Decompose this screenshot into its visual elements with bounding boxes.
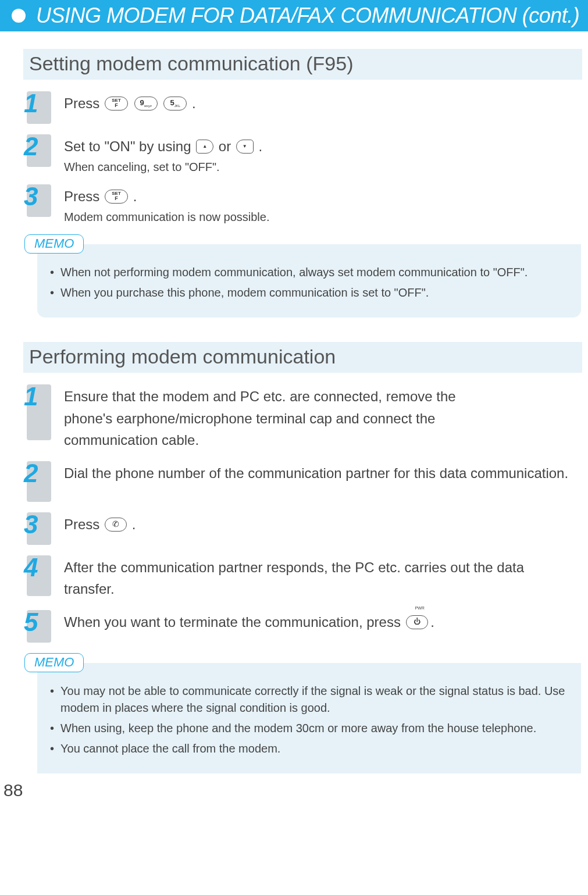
memo-item: You may not be able to communicate corre… — [50, 683, 568, 716]
down-arrow-key-icon — [236, 140, 254, 154]
step: 4 After the communication partner respon… — [27, 555, 576, 600]
call-key-icon — [105, 518, 127, 532]
step: 3 Press SETF . Modem communication is no… — [27, 184, 576, 224]
memo-item: When not performing modem communication,… — [50, 264, 568, 281]
step: 5 When you want to terminate the communi… — [27, 610, 576, 643]
memo-item: You cannot place the call from the modem… — [50, 740, 568, 757]
text: or — [219, 138, 235, 154]
page-header: USING MODEM FOR DATA/FAX COMMUNICATION (… — [0, 0, 588, 31]
set-key-icon: SETF — [105, 97, 128, 110]
step-number: 1 — [24, 382, 38, 411]
step-number-badge: 4 — [27, 555, 51, 596]
step-text: Press SETF . — [64, 186, 576, 207]
step: 1 Press SETF . — [27, 91, 576, 124]
step-text: Press . — [64, 514, 576, 535]
step-text: Set to "ON" by using or . — [64, 136, 576, 157]
step-number: 3 — [24, 182, 38, 211]
step-number: 2 — [24, 132, 38, 161]
text: . — [132, 516, 136, 532]
step: 1 Ensure that the modem and PC etc. are … — [27, 384, 576, 451]
text: . — [133, 188, 137, 204]
memo-item: When using, keep the phone and the modem… — [50, 720, 568, 737]
step-number: 5 — [24, 608, 38, 637]
text: When you want to terminate the communica… — [64, 614, 405, 630]
step-number: 3 — [24, 510, 38, 539]
memo-box: You may not be able to communicate corre… — [37, 663, 581, 773]
step: 2 Dial the phone number of the communica… — [27, 461, 576, 502]
header-bullet-icon — [12, 9, 26, 23]
step-number-badge: 3 — [27, 184, 51, 217]
memo-block: MEMO When not performing modem communica… — [27, 234, 581, 318]
set-key-icon: SETF — [105, 190, 128, 204]
text: Press — [64, 516, 104, 532]
step-number: 2 — [24, 459, 38, 488]
power-key-label: PWR — [413, 605, 427, 612]
step-number-badge: 1 — [27, 384, 51, 440]
step-number: 1 — [24, 89, 38, 118]
text: . — [430, 614, 434, 630]
step-text: After the communication partner responds… — [64, 557, 576, 600]
step-number-badge: 5 — [27, 610, 51, 643]
step-text: Ensure that the modem and PC etc. are co… — [64, 386, 483, 451]
text: Set to "ON" by using — [64, 138, 195, 154]
memo-item: When you purchase this phone, modem comm… — [50, 284, 568, 301]
step-number: 4 — [24, 553, 38, 582]
memo-label: MEMO — [24, 234, 84, 254]
step-number-badge: 1 — [27, 91, 51, 124]
text: . — [192, 95, 196, 111]
up-arrow-key-icon — [196, 140, 213, 154]
section-heading: Performing modem communication — [23, 342, 582, 373]
step-subtext: When canceling, set to "OFF". — [64, 161, 576, 174]
step-number-badge: 2 — [27, 134, 51, 167]
step-text: Dial the phone number of the communicati… — [64, 462, 576, 484]
step-number-badge: 2 — [27, 461, 51, 502]
step: 3 Press . — [27, 512, 576, 545]
step-text: Press SETF . — [64, 92, 576, 114]
step: 2 Set to "ON" by using or . When canceli… — [27, 134, 576, 174]
step-number-badge: 3 — [27, 512, 51, 545]
step-text: When you want to terminate the communica… — [64, 611, 576, 633]
text: Press — [64, 188, 104, 204]
memo-label: MEMO — [24, 653, 84, 672]
section-title: Performing modem communication — [29, 345, 576, 368]
section-heading: Setting modem communication (F95) — [23, 49, 582, 80]
power-key-icon — [406, 615, 428, 629]
five-key-icon — [163, 97, 187, 110]
step-subtext: Modem communication is now possible. — [64, 211, 576, 224]
text: . — [259, 138, 263, 154]
memo-box: When not performing modem communication,… — [37, 244, 581, 318]
memo-block: MEMO You may not be able to communicate … — [27, 653, 581, 773]
page-number: 88 — [3, 780, 23, 797]
text: Press — [64, 95, 104, 111]
nine-key-icon — [134, 97, 158, 110]
page-title: USING MODEM FOR DATA/FAX COMMUNICATION (… — [36, 3, 579, 28]
section-title: Setting modem communication (F95) — [29, 52, 576, 75]
